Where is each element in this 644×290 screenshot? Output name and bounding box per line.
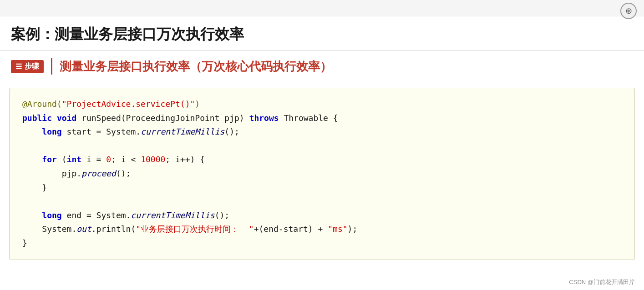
- kw-for: for: [42, 155, 57, 164]
- proceed-method: proceed: [81, 169, 116, 178]
- code-line-4: [22, 139, 622, 153]
- ctm-method-2: currentTimeMillis: [131, 210, 214, 220]
- top-bar: [0, 0, 644, 16]
- string-span: "ProjectAdvice.servicePt()": [62, 99, 195, 109]
- step-badge-label: 步骤: [25, 62, 39, 71]
- string-ms: "ms": [328, 224, 347, 234]
- annotation-span: @Around("ProjectAdvice.servicePt()"): [22, 99, 200, 109]
- kw-long-2: long: [42, 210, 61, 220]
- footer: CSDN @门前花开满田岸: [569, 278, 635, 286]
- code-line-7: }: [22, 181, 622, 195]
- num-10000: 10000: [141, 155, 165, 164]
- for-var: i =: [81, 155, 106, 164]
- kw-void: void: [57, 113, 76, 123]
- avatar-icon: ⊛: [625, 6, 632, 16]
- num-0: 0: [106, 155, 111, 164]
- code-line-6: pjp.proceed();: [22, 167, 622, 181]
- step-badge: ☰ 步骤: [11, 60, 44, 73]
- code-line-11: }: [22, 236, 622, 250]
- code-line-8: [22, 195, 622, 209]
- method-name: runSpeed(ProceedingJoinPoint pjp): [81, 113, 249, 123]
- end-decl: end = System.currentTimeMillis();: [62, 210, 229, 220]
- page-title: 案例：测量业务层接口万次执行效率: [11, 25, 633, 45]
- code-line-10: System.out.println("业务层接口万次执行时间： "+(end-…: [22, 222, 622, 236]
- kw-long-1: long: [42, 127, 61, 136]
- start-decl: start = System.currentTimeMillis();: [62, 127, 239, 136]
- code-line-5: for (int i = 0; i < 10000; i++) {: [22, 153, 622, 167]
- step-header: ☰ 步骤 测量业务层接口执行效率（万次核心代码执行效率）: [0, 51, 644, 82]
- kw-public: public: [22, 113, 52, 123]
- for-rest: ; i++) {: [165, 155, 205, 164]
- brace-close-method: }: [22, 238, 27, 248]
- sysout: System.out.println("业务层接口万次执行时间： "+(end-…: [42, 224, 357, 234]
- pjp-proceed: pjp.proceed();: [62, 169, 131, 178]
- page-title-area: 案例：测量业务层接口万次执行效率: [0, 16, 644, 51]
- step-title: 测量业务层接口执行效率（万次核心代码执行效率）: [60, 59, 332, 75]
- string-msg: "业务层接口万次执行时间： ": [136, 224, 254, 234]
- footer-text: CSDN @门前花开满田岸: [569, 279, 635, 285]
- page-container: ⊛ 案例：测量业务层接口万次执行效率 ☰ 步骤 测量业务层接口执行效率（万次核心…: [0, 0, 644, 290]
- code-line-3: long start = System.currentTimeMillis();: [22, 125, 622, 139]
- for-semi1: ; i <: [111, 155, 141, 164]
- ctm-method: currentTimeMillis: [141, 127, 224, 136]
- throws-keyword: throws: [249, 113, 279, 123]
- throwable-name: Throwable {: [279, 113, 338, 123]
- avatar: ⊛: [620, 3, 637, 19]
- brace-close-for: }: [42, 183, 47, 192]
- code-line-9: long end = System.currentTimeMillis();: [22, 209, 622, 223]
- code-line-1: @Around("ProjectAdvice.servicePt()"): [22, 97, 622, 111]
- step-divider: [51, 58, 52, 75]
- code-block: @Around("ProjectAdvice.servicePt()") pub…: [9, 88, 635, 260]
- out-ref: out: [76, 224, 91, 234]
- for-paren: (: [57, 155, 67, 164]
- kw-int: int: [67, 155, 82, 164]
- code-line-2: public void runSpeed(ProceedingJoinPoint…: [22, 111, 622, 125]
- step-badge-icon: ☰: [15, 62, 22, 71]
